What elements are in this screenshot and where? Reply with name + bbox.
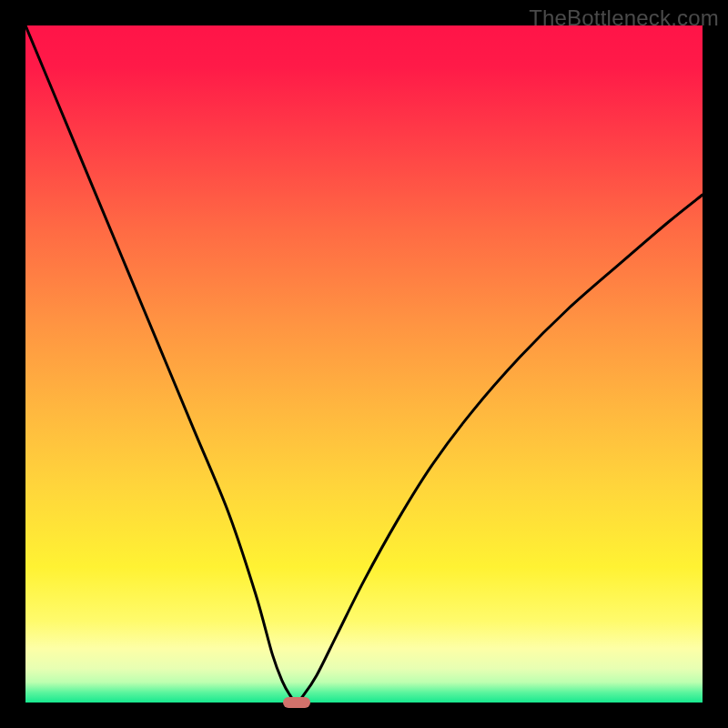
plot-area — [25, 25, 703, 703]
optimal-point-marker — [283, 697, 310, 708]
chart-frame: TheBottleneck.com — [0, 0, 728, 728]
watermark-text: TheBottleneck.com — [529, 5, 719, 31]
curve-svg — [25, 25, 703, 703]
bottleneck-curve — [25, 25, 703, 703]
